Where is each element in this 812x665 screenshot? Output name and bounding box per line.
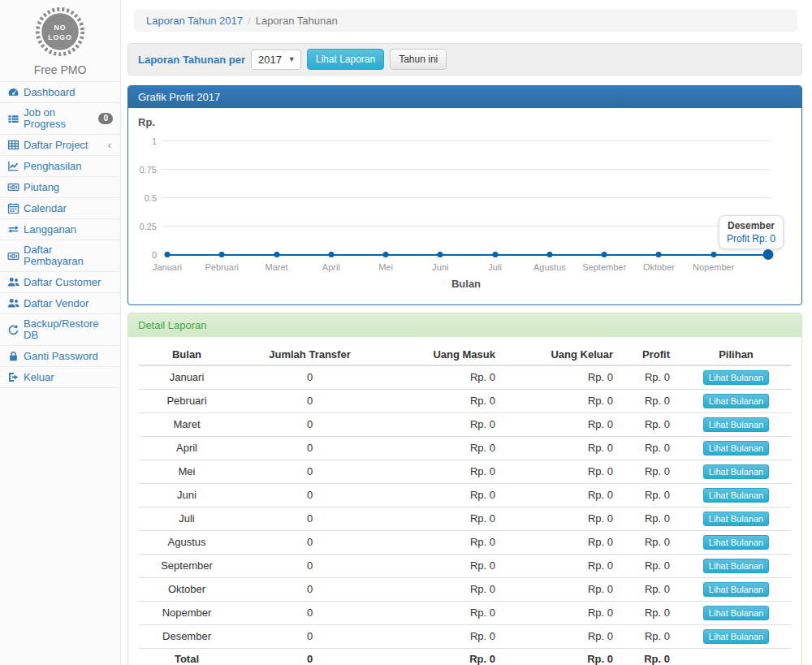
sidebar-item-ganti-password[interactable]: Ganti Password [0, 346, 120, 367]
uang-keluar-cell: Rp. 0 [507, 484, 624, 507]
lihat-bulanan-button-april[interactable]: Lihat Bulanan [703, 441, 769, 456]
year-select[interactable]: 2017 ▼ [251, 50, 301, 70]
chart-point-agustus[interactable] [546, 252, 552, 257]
chart-point-juni[interactable] [438, 252, 443, 257]
tahun-ini-button[interactable]: Tahun ini [390, 49, 447, 70]
sidebar-item-label: Piutang [24, 182, 59, 193]
bulan-cell: Maret [139, 413, 235, 437]
lihat-bulanan-button-januari[interactable]: Lihat Bulanan [703, 370, 769, 385]
chart-tooltip-value: Profit Rp: 0 [727, 233, 775, 244]
chart-y-tick-label: 0.25 [129, 222, 157, 231]
chart-point-juli[interactable] [492, 252, 498, 257]
profit-chart-panel: Grafik Profit 2017 Rp. 00.250.50.751Janu… [127, 85, 802, 305]
column-header-profit: Profit [624, 345, 681, 365]
breadcrumb-current: Laporan Tahunan [256, 15, 338, 27]
chart-point-maret[interactable] [274, 252, 279, 257]
pilihan-cell: Lihat Bulanan [681, 507, 791, 531]
sidebar-item-penghasilan[interactable]: Penghasilan [0, 156, 120, 177]
chart-point-pebruari[interactable] [219, 252, 225, 257]
chart-gridline [162, 226, 771, 227]
sidebar-item-label: Penghasilan [24, 161, 82, 172]
uang-masuk-cell: Rp. 0 [385, 390, 507, 413]
sidebar-item-label: Daftar Customer [24, 277, 101, 288]
uang-masuk-cell: Rp. 0 [385, 555, 507, 578]
table-icon [7, 139, 19, 151]
uang-keluar-cell: Rp. 0 [507, 531, 624, 555]
svg-text:NO: NO [54, 24, 67, 32]
chart-point-nopember[interactable] [710, 252, 716, 257]
chart-point-april[interactable] [328, 252, 334, 257]
chart-point-januari[interactable] [165, 252, 171, 257]
lock-icon [7, 350, 19, 362]
chart-point-september[interactable] [602, 252, 607, 257]
table-row-oktober: Oktober0Rp. 0Rp. 0Rp. 0Lihat Bulanan [139, 578, 791, 602]
lihat-bulanan-button-maret[interactable]: Lihat Bulanan [703, 417, 769, 432]
uang-masuk-cell: Rp. 0 [385, 365, 507, 390]
calendar-icon [7, 202, 19, 214]
table-row-april: April0Rp. 0Rp. 0Rp. 0Lihat Bulanan [139, 437, 791, 460]
sidebar-item-label: Backup/Restore DB [24, 318, 109, 341]
pilihan-cell: Lihat Bulanan [681, 460, 791, 484]
total-uang-keluar: Rp. 0 [507, 649, 624, 665]
sidebar-item-dashboard[interactable]: Dashboard [0, 82, 120, 103]
chart-point-oktober[interactable] [656, 252, 662, 257]
lihat-bulanan-button-nopember[interactable]: Lihat Bulanan [703, 606, 769, 620]
chart-panel-title: Grafik Profit 2017 [128, 86, 801, 108]
breadcrumb-link[interactable]: Laporan Tahun 2017 [146, 15, 243, 27]
jumlah-transfer-cell: 0 [235, 531, 385, 555]
jumlah-transfer-cell: 0 [235, 507, 385, 531]
uang-masuk-cell: Rp. 0 [385, 507, 507, 531]
lihat-bulanan-button-desember[interactable]: Lihat Bulanan [703, 629, 769, 644]
lihat-bulanan-button-oktober[interactable]: Lihat Bulanan [703, 582, 769, 597]
sidebar-item-daftar-vendor[interactable]: Daftar Vendor [0, 293, 120, 314]
sidebar-item-daftar-project[interactable]: Daftar Project‹ [0, 135, 120, 156]
lihat-laporan-button[interactable]: Lihat Laporan [307, 49, 384, 70]
sidebar-item-label: Job on Progress [24, 107, 90, 130]
jumlah-transfer-cell: 0 [235, 555, 385, 578]
chart-y-tick-label: 1 [129, 137, 157, 146]
chart-x-tick-label: Maret [265, 262, 287, 272]
sidebar-item-daftar-customer[interactable]: Daftar Customer [0, 272, 120, 293]
uang-masuk-cell: Rp. 0 [385, 602, 507, 625]
chart-point-desember[interactable] [763, 249, 774, 260]
sidebar-item-label: Keluar [24, 372, 54, 383]
sidebar-item-job-on-progress[interactable]: Job on Progress0 [0, 103, 120, 135]
chart-point-mei[interactable] [383, 252, 389, 257]
pilihan-cell: Lihat Bulanan [681, 578, 791, 602]
lihat-bulanan-button-mei[interactable]: Lihat Bulanan [703, 464, 769, 479]
chart-y-tick-label: 0.5 [129, 194, 157, 203]
uang-masuk-cell: Rp. 0 [385, 625, 507, 649]
lihat-bulanan-button-juli[interactable]: Lihat Bulanan [703, 512, 769, 526]
chart-x-tick-label: Mei [378, 262, 393, 272]
table-row-pebruari: Pebruari0Rp. 0Rp. 0Rp. 0Lihat Bulanan [139, 390, 791, 413]
sidebar-item-langganan[interactable]: Langganan [0, 219, 120, 240]
chart-plot-area: 00.250.50.751JanuariPebruariMaretAprilMe… [162, 141, 771, 255]
chart-y-tick-label: 0.75 [129, 166, 157, 175]
line-chart-icon [7, 160, 19, 172]
bulan-cell: Desember [139, 625, 235, 649]
sidebar-item-piutang[interactable]: Piutang [0, 177, 120, 198]
table-row-september: September0Rp. 0Rp. 0Rp. 0Lihat Bulanan [139, 555, 791, 578]
sidebar-item-daftar-pembayaran[interactable]: Daftar Pembayaran [0, 240, 120, 272]
bulan-cell: Nopember [139, 602, 235, 625]
lihat-bulanan-button-pebruari[interactable]: Lihat Bulanan [703, 394, 769, 408]
pilihan-cell: Lihat Bulanan [681, 437, 791, 460]
jumlah-transfer-cell: 0 [235, 390, 385, 413]
pilihan-cell: Lihat Bulanan [681, 413, 791, 437]
bulan-cell: Mei [139, 460, 235, 484]
sidebar-item-label: Dashboard [24, 87, 76, 98]
sidebar-item-label: Langganan [24, 224, 76, 235]
sidebar-item-label: Calendar [24, 203, 67, 214]
lihat-bulanan-button-september[interactable]: Lihat Bulanan [703, 559, 769, 573]
pilihan-cell: Lihat Bulanan [681, 625, 791, 649]
profit-chart: Rp. 00.250.50.751JanuariPebruariMaretApr… [128, 108, 801, 304]
lihat-bulanan-button-juni[interactable]: Lihat Bulanan [703, 488, 769, 503]
detail-table-wrap: BulanJumlah TransferUang MasukUang Kelua… [128, 337, 801, 665]
uang-keluar-cell: Rp. 0 [507, 437, 624, 460]
sidebar-item-calendar[interactable]: Calendar [0, 198, 120, 219]
sidebar-item-keluar[interactable]: Keluar [0, 367, 120, 388]
lihat-bulanan-button-agustus[interactable]: Lihat Bulanan [703, 535, 769, 550]
users-icon [7, 276, 19, 288]
sidebar-item-backup-restore-db[interactable]: Backup/Restore DB [0, 314, 120, 346]
uang-keluar-cell: Rp. 0 [507, 578, 624, 602]
